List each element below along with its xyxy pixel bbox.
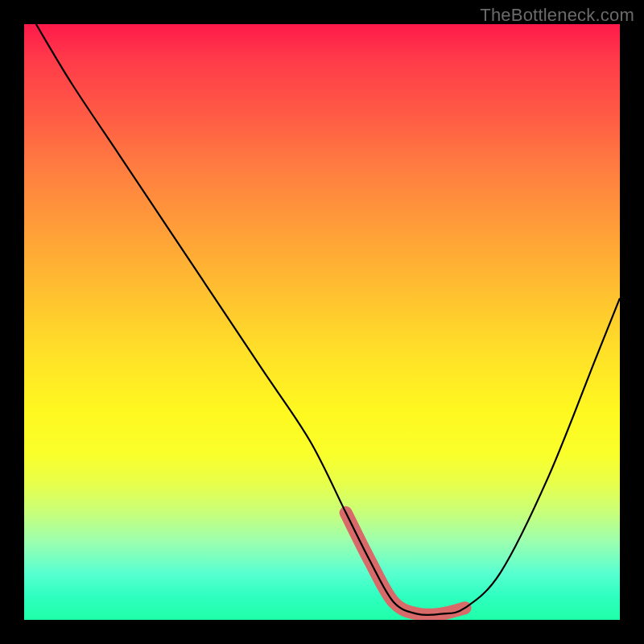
watermark-text: TheBottleneck.com <box>480 5 634 26</box>
bottleneck-highlight <box>346 513 465 615</box>
chart-svg <box>24 24 620 620</box>
bottleneck-curve <box>36 24 620 615</box>
